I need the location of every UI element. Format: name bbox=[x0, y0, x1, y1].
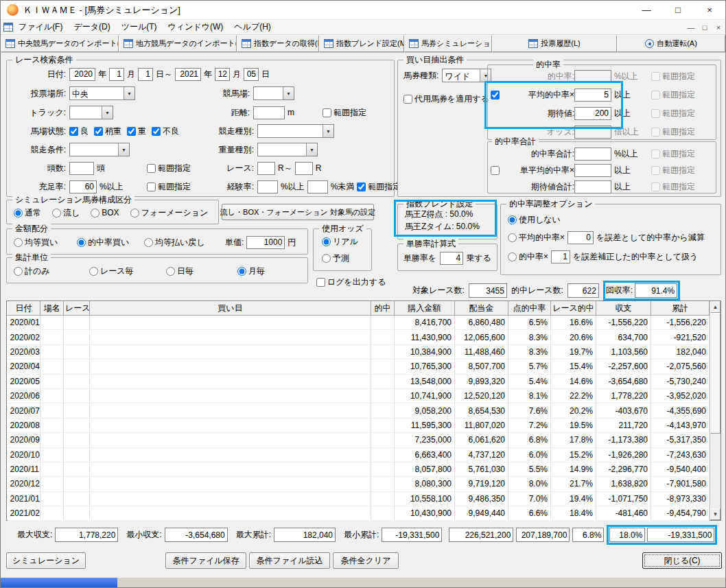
agg-per-month-radio[interactable]: 月毎 bbox=[237, 266, 265, 277]
radio[interactable] bbox=[52, 209, 61, 217]
radio[interactable] bbox=[77, 238, 86, 247]
maximize-button[interactable]: □ bbox=[662, 1, 694, 19]
hit-rate-input[interactable] bbox=[574, 70, 611, 83]
avg-hit-rate-check[interactable] bbox=[491, 91, 500, 99]
scroll-up-icon[interactable]: ▲ bbox=[710, 301, 721, 313]
date-from-month-input[interactable] bbox=[109, 68, 124, 81]
col-purchase[interactable]: 購入金額 bbox=[395, 302, 455, 316]
checkbox[interactable] bbox=[651, 166, 660, 175]
radio[interactable] bbox=[91, 209, 99, 217]
checkbox[interactable] bbox=[491, 91, 500, 99]
system-menu-icon[interactable] bbox=[3, 23, 13, 32]
toolbar-import-jra-button[interactable]: 中央競馬データのインポート(J) bbox=[1, 35, 119, 52]
target-horses-button[interactable]: 流し・BOX・フォーメーション 対象馬の設定 bbox=[222, 204, 374, 220]
radio[interactable] bbox=[89, 267, 98, 276]
radio[interactable] bbox=[14, 267, 23, 276]
menu-file[interactable]: ファイル(F) bbox=[13, 20, 68, 34]
checkbox[interactable] bbox=[651, 91, 660, 99]
col-venue[interactable]: 場名 bbox=[40, 302, 64, 316]
ground-good-check[interactable]: 良 bbox=[69, 126, 89, 137]
radio[interactable] bbox=[14, 238, 23, 247]
col-point-rate[interactable]: 点的中率 bbox=[508, 302, 551, 316]
toolbar-import-nar-button[interactable]: 地方競馬データのインポート(N) bbox=[119, 35, 237, 52]
table-row[interactable]: 2020/07 9,058,200 8,654,530 7.6% 20.2% -… bbox=[8, 403, 710, 418]
race-type-select[interactable]: ▼ bbox=[257, 124, 334, 138]
odds-input[interactable] bbox=[574, 126, 611, 139]
checkbox[interactable] bbox=[147, 183, 156, 191]
clear-conditions-button[interactable]: 条件全クリア bbox=[333, 552, 399, 569]
exp-max-input[interactable] bbox=[307, 180, 328, 193]
expect-total-range-check[interactable]: 範囲指定 bbox=[651, 181, 695, 193]
amount-equal-radio[interactable]: 均等買い bbox=[14, 237, 77, 248]
simulate-button[interactable]: シミュレーション bbox=[6, 552, 86, 569]
date-from-day-input[interactable] bbox=[138, 68, 153, 81]
course-select[interactable]: ▼ bbox=[253, 86, 294, 100]
table-row[interactable]: 2020/06 10,741,900 12,520,120 8.1% 22.2%… bbox=[8, 388, 710, 403]
table-row[interactable]: 2020/05 13,548,000 9,893,320 5.4% 14.6% … bbox=[8, 374, 710, 388]
checkbox[interactable] bbox=[316, 278, 325, 287]
odds-real-radio[interactable]: リアル bbox=[322, 236, 358, 248]
radio[interactable] bbox=[508, 233, 517, 242]
avg-hit-range-check[interactable]: 範囲指定 bbox=[651, 89, 695, 101]
unit-price-input[interactable] bbox=[246, 236, 285, 249]
date-to-day-input[interactable] bbox=[244, 68, 259, 81]
agg-total-only-radio[interactable]: 計のみ bbox=[14, 266, 89, 277]
adjust-subtract-radio[interactable]: 平均的中率× bbox=[508, 232, 565, 244]
table-row[interactable]: 2020/03 10,384,900 11,488,460 8.3% 19.7%… bbox=[8, 344, 710, 359]
log-output-check[interactable]: ログを出力する bbox=[316, 277, 386, 288]
track-select[interactable]: ▼ bbox=[69, 106, 113, 119]
table-row[interactable]: 2021/01 10,558,100 9,486,350 7.0% 19.4% … bbox=[8, 491, 710, 506]
win-power-input[interactable] bbox=[440, 252, 463, 265]
sim-type-normal-radio[interactable]: 通常 bbox=[14, 207, 41, 219]
date-from-year-input[interactable] bbox=[69, 68, 95, 81]
radio[interactable] bbox=[508, 215, 517, 224]
checkbox[interactable] bbox=[651, 183, 660, 191]
avg-single-check[interactable] bbox=[491, 166, 500, 175]
close-dialog-button[interactable]: 閉じる(C) bbox=[642, 552, 722, 569]
mdi-restore-button[interactable]: □ bbox=[698, 21, 712, 34]
toolbar-vote-history-button[interactable]: 投票履歴(L) bbox=[492, 35, 617, 52]
scroll-thumb[interactable] bbox=[710, 313, 721, 434]
heads-input[interactable] bbox=[69, 162, 94, 175]
mdi-close-button[interactable]: × bbox=[712, 21, 725, 34]
ticket-type-select[interactable]: ワイド▼ bbox=[442, 69, 491, 82]
adjust-none-radio[interactable]: 使用しない bbox=[508, 214, 561, 226]
adjust-subtract-input[interactable] bbox=[567, 231, 594, 244]
toolbar-auto-run-button[interactable]: 自動運転(A) bbox=[617, 35, 725, 52]
scroll-down-icon[interactable]: ▼ bbox=[710, 508, 721, 520]
checkbox[interactable] bbox=[94, 127, 103, 136]
radio[interactable] bbox=[14, 209, 23, 217]
close-button[interactable]: × bbox=[694, 1, 725, 19]
ground-bad-check[interactable]: 不良 bbox=[152, 126, 179, 137]
col-bet[interactable]: 買い目 bbox=[90, 302, 371, 316]
radio[interactable] bbox=[508, 252, 517, 261]
checkbox[interactable] bbox=[651, 150, 660, 158]
exp-min-input[interactable] bbox=[257, 180, 278, 193]
table-scrollbar[interactable]: ▲ ▼ bbox=[710, 301, 721, 520]
save-conditions-button[interactable]: 条件ファイル保存 bbox=[165, 552, 246, 569]
checkbox[interactable] bbox=[323, 108, 331, 117]
fill-range-check[interactable]: 範囲指定 bbox=[147, 181, 191, 193]
table-row[interactable]: 2020/04 10,765,300 8,507,700 5.7% 15.4% … bbox=[8, 360, 710, 374]
col-hit[interactable]: 的中 bbox=[371, 302, 395, 316]
col-race-rate[interactable]: レース的中 bbox=[551, 302, 596, 316]
radio[interactable] bbox=[144, 238, 153, 247]
adjust-multiply-radio[interactable]: 的中率× bbox=[508, 251, 548, 263]
checkbox[interactable] bbox=[127, 127, 136, 136]
col-date[interactable]: 日付 bbox=[8, 302, 40, 316]
hit-total-input[interactable] bbox=[574, 148, 611, 161]
exp-range-check[interactable]: 範囲指定 bbox=[357, 181, 401, 193]
menu-data[interactable]: データ(D) bbox=[68, 20, 115, 34]
toolbar-simulation-button[interactable]: 馬券シミュレーション(B) bbox=[404, 35, 492, 52]
mdi-minimize-button[interactable]: — bbox=[684, 21, 698, 34]
radio[interactable] bbox=[322, 237, 331, 246]
amount-equal-return-radio[interactable]: 均等払い戻し bbox=[144, 237, 218, 248]
expect-value-input[interactable] bbox=[574, 107, 611, 120]
table-row[interactable]: 2020/08 11,595,300 11,807,020 7.2% 19.5%… bbox=[8, 418, 710, 432]
minimize-button[interactable]: — bbox=[631, 1, 662, 19]
odds-range-check[interactable]: 範囲指定 bbox=[651, 126, 695, 138]
toolbar-blend-settings-button[interactable]: 指数ブレンド設定(M) bbox=[319, 35, 404, 52]
checkbox[interactable] bbox=[403, 95, 412, 104]
odds-predict-radio[interactable]: 予測 bbox=[322, 252, 349, 264]
menu-tools[interactable]: ツール(T) bbox=[116, 20, 163, 34]
